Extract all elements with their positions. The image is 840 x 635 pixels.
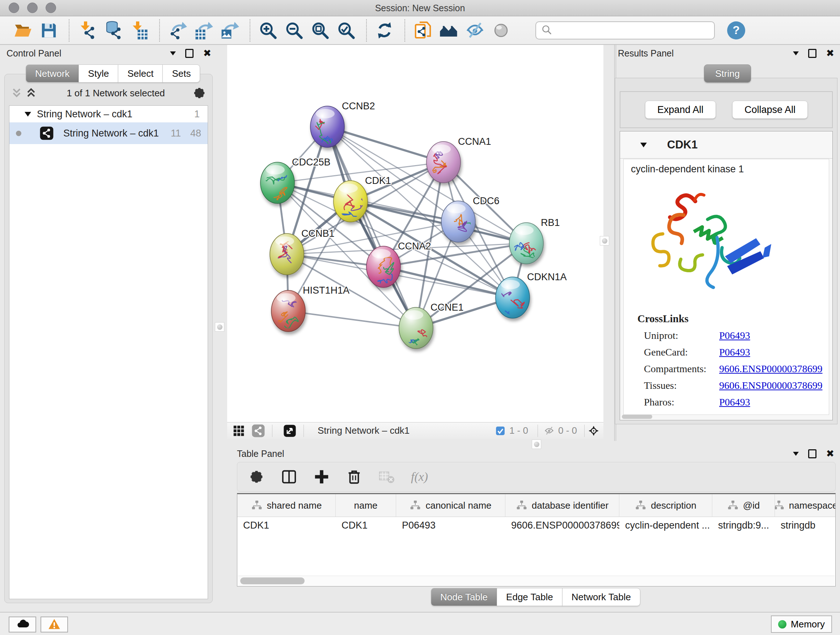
trash-icon[interactable] — [346, 469, 363, 485]
network-thumbnail-icon[interactable] — [250, 424, 266, 438]
import-database-button[interactable] — [101, 18, 125, 43]
column-header-shared-name[interactable]: shared name — [237, 494, 336, 516]
network-tree-root-row[interactable]: String Network – cdk1 1 — [9, 106, 208, 122]
tab-network-table[interactable]: Network Table — [562, 588, 640, 606]
node-CCNB2[interactable] — [310, 106, 344, 151]
selected-checkbox-icon[interactable] — [495, 425, 506, 436]
column-header-database-identifier[interactable]: database identifier — [505, 494, 619, 516]
expand-all-button[interactable]: Expand All — [645, 101, 716, 119]
export-image-button[interactable] — [218, 18, 242, 43]
panel-menu-icon[interactable] — [793, 51, 799, 55]
panel-float-icon[interactable] — [808, 449, 816, 458]
inspect-sphere-button[interactable] — [489, 18, 513, 43]
column-header-canonical-name[interactable]: canonical name — [396, 494, 505, 516]
hide-selected-button[interactable] — [463, 18, 487, 43]
zoom-fit-button[interactable] — [308, 18, 332, 43]
refresh-button[interactable] — [373, 18, 396, 43]
crosslink-link[interactable]: 9606.ENSP00000378699 — [719, 380, 822, 391]
cloud-status-button[interactable] — [9, 616, 36, 632]
table-row[interactable]: CDK1CDK1P064939606.ENSP00000378699cyclin… — [237, 517, 835, 535]
node-CCNA2[interactable] — [366, 246, 401, 287]
string-home-button[interactable] — [437, 18, 461, 43]
crosslink-link[interactable]: P06493 — [719, 330, 750, 341]
column-header--id[interactable]: @id — [712, 494, 775, 516]
search-input[interactable] — [553, 24, 710, 36]
table-cell[interactable]: P06493 — [396, 517, 505, 535]
table-cell[interactable]: CDK1 — [237, 517, 336, 535]
zoom-selected-button[interactable] — [334, 18, 358, 43]
table-cell[interactable]: stringdb:9... — [712, 517, 775, 535]
gear-icon[interactable] — [248, 469, 265, 485]
collapse-all-networks-icon[interactable] — [11, 87, 23, 99]
memory-button[interactable]: Memory — [771, 616, 832, 633]
left-splitter-handle[interactable] — [215, 322, 224, 332]
save-button[interactable] — [37, 18, 61, 43]
crosslink-link[interactable]: P06493 — [719, 396, 750, 408]
node-CCNA1[interactable] — [426, 141, 461, 183]
hidden-eye-icon[interactable] — [544, 425, 554, 436]
scrollbar-thumb[interactable] — [240, 578, 305, 584]
column-header-name[interactable]: name — [336, 494, 396, 516]
search-box[interactable] — [535, 21, 715, 40]
table-cell[interactable]: CDK1 — [336, 517, 396, 535]
network-canvas[interactable]: CCNB2CCNA1CDC25BCDK1CDC6RB1CCNB1CCNA2CDK… — [227, 45, 603, 422]
node-RB1[interactable] — [509, 223, 543, 264]
network-options-gear-icon[interactable] — [192, 86, 207, 100]
column-header-description[interactable]: description — [619, 494, 712, 516]
tab-edge-table[interactable]: Edge Table — [497, 588, 562, 606]
collapse-all-button[interactable]: Collapse All — [732, 101, 808, 119]
panel-menu-icon[interactable] — [793, 452, 799, 456]
panel-close-icon[interactable]: ✖ — [826, 449, 834, 459]
tree-expander-icon[interactable] — [25, 112, 31, 117]
clone-network-button[interactable] — [411, 18, 435, 43]
export-network-button[interactable] — [166, 18, 189, 43]
import-network-button[interactable] — [75, 18, 99, 43]
network-graph[interactable]: CCNB2CCNA1CDC25BCDK1CDC6RB1CCNB1CCNA2CDK… — [227, 45, 603, 422]
open-button[interactable] — [11, 18, 35, 43]
fit-selected-crosshair-icon[interactable] — [588, 425, 599, 436]
results-scrollbar-thumb[interactable] — [622, 415, 652, 419]
add-icon[interactable] — [313, 469, 330, 485]
tab-node-table[interactable]: Node Table — [431, 588, 497, 606]
edge-CCNA2-CDKN1A[interactable] — [384, 267, 513, 298]
panel-menu-icon[interactable] — [170, 51, 176, 55]
zoom-out-button[interactable] — [282, 18, 306, 43]
panel-float-icon[interactable] — [185, 49, 194, 58]
node-CDK1[interactable] — [333, 181, 368, 222]
node-CCNB1[interactable] — [270, 233, 304, 275]
tab-sets[interactable]: Sets — [163, 65, 200, 82]
panel-float-icon[interactable] — [808, 49, 816, 58]
section-expander-icon[interactable] — [640, 143, 647, 147]
birdseye-view-icon[interactable] — [282, 424, 298, 438]
crosslink-link[interactable]: P06493 — [719, 347, 750, 358]
right-splitter-handle[interactable] — [600, 236, 609, 245]
import-table-button[interactable] — [127, 18, 151, 43]
node-CDC25B[interactable] — [261, 162, 294, 203]
network-tree-row-selected[interactable]: String Network – cdk1 11 48 — [9, 122, 208, 144]
export-table-button[interactable] — [192, 18, 216, 43]
edge-CCNB2-CCNA1[interactable] — [327, 127, 444, 162]
zoom-in-button[interactable] — [256, 18, 280, 43]
node-HIST1H1A[interactable] — [271, 290, 305, 332]
table-cell[interactable]: stringdb — [775, 517, 836, 535]
warnings-button[interactable] — [41, 616, 68, 632]
tab-string[interactable]: String — [704, 65, 751, 82]
tab-network[interactable]: Network — [26, 65, 79, 82]
table-cell[interactable]: 9606.ENSP00000378699 — [505, 517, 619, 535]
tab-select[interactable]: Select — [118, 65, 163, 82]
column-header-namespace[interactable]: namespace — [775, 494, 836, 516]
table-horizontal-scrollbar[interactable] — [238, 576, 835, 586]
edge-HIST1H1A-CCNE1[interactable] — [288, 311, 416, 328]
panel-close-icon[interactable]: ✖ — [203, 49, 211, 58]
node-CDKN1A[interactable] — [494, 277, 530, 318]
columns-icon[interactable] — [281, 469, 297, 485]
help-button[interactable]: ? — [727, 21, 745, 40]
table-cell[interactable]: cyclin-dependent ... — [619, 517, 712, 535]
expand-all-networks-icon[interactable] — [25, 87, 37, 99]
edge-CCNB2-CCNE1[interactable] — [327, 127, 416, 328]
node-result-header[interactable]: CDK1 — [620, 131, 832, 158]
panel-close-icon[interactable]: ✖ — [826, 49, 834, 58]
crosslink-link[interactable]: 9606.ENSP00000378699 — [719, 363, 822, 375]
node-CDC6[interactable] — [441, 201, 479, 242]
show-grid-icon[interactable] — [231, 424, 247, 438]
